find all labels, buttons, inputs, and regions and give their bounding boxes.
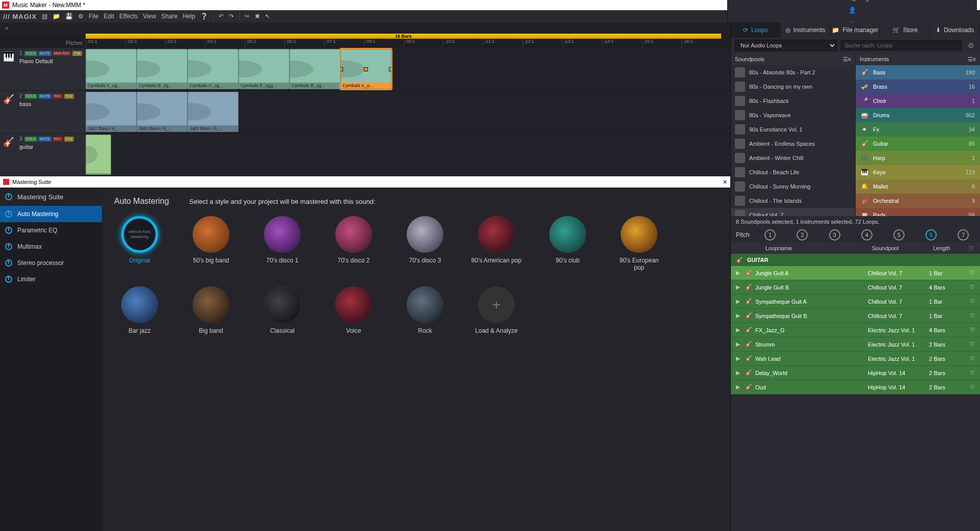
mastering-sidebar-item[interactable]: Stereo processor [0,255,102,271]
track-name[interactable]: bass [19,101,84,107]
favorite-icon[interactable]: ♡ [965,327,980,333]
track-badge[interactable]: SOLO [24,137,37,142]
favorite-icon[interactable]: ♡ [965,284,980,290]
audio-clip[interactable]: Jazz Bass / 6_... [137,92,188,132]
favorite-icon[interactable]: ♡ [965,270,980,276]
save-file-icon[interactable]: 💾 [65,13,73,20]
power-icon[interactable] [5,193,12,200]
settings-icon[interactable]: ⚙ [78,13,84,20]
loop-row[interactable]: ▶ 🎸 Jungle Guit B Chillout Vol. 7 4 Bars… [731,280,980,295]
soundpool-item[interactable]: 90s Eurodance Vol. 1 [731,122,855,137]
menu-edit[interactable]: Edit [103,13,114,20]
instrument-item[interactable]: 🎸Guitar85 [856,137,980,151]
play-icon[interactable]: ▶ [731,270,745,276]
audio-clip[interactable]: Cymbals E_ogg... [239,49,289,89]
soundpool-item[interactable]: Ambient - Endless Spaces [731,137,855,151]
instrument-item[interactable]: 🎻Orchestral9 [856,194,980,208]
menu-share[interactable]: Share [161,13,177,20]
loop-row[interactable]: ▶ 🎸 FX_Jazz_G Electric Jazz Vol. 1 4 Bar… [731,323,980,337]
style-load-analyze[interactable]: +Load & Analyze [471,286,522,334]
loop-filter-dropdown[interactable]: Nur Audio Loops [735,40,837,51]
track-name[interactable]: guitar [19,144,84,150]
account-email[interactable]: mtrautwein@magix.net [821,0,884,2]
mastering-sidebar-item[interactable]: Limiter [0,271,102,287]
instrument-item[interactable]: 🎺Brass16 [856,79,980,94]
audio-clip[interactable]: Cymbals A_o... [340,49,391,89]
power-icon[interactable] [5,227,12,234]
pitch-button-5[interactable]: 5 [893,229,905,241]
style-preset[interactable]: Big band [186,286,236,334]
play-icon[interactable]: ▶ [731,341,745,348]
track-badge[interactable]: FX▾ [64,137,74,142]
style-preset[interactable]: 90's club [542,216,593,271]
track-lane[interactable] [86,134,730,176]
collapse-arranger-button[interactable]: « [0,22,730,34]
bars-indicator[interactable]: 16 Bars [86,34,721,39]
loop-row[interactable]: ▶ 🎸 Wah Lead Electric Jazz Vol. 1 2 Bars… [731,352,980,366]
loop-row[interactable]: ▶ 🎸 Strumm Electric Jazz Vol. 1 2 Bars ♡ [731,337,980,352]
track-badge[interactable]: SOLO [24,51,37,56]
soundpool-item[interactable]: Chillout - The Islands [731,194,855,208]
style-preset[interactable]: 50's big band [186,216,236,271]
play-icon[interactable]: ▶ [731,384,745,390]
clip-handle[interactable] [364,67,368,71]
style-preset[interactable]: Classical [257,286,308,334]
menu-effects[interactable]: Effects [119,13,138,20]
mastering-sidebar-header[interactable]: Mastering Suite [0,188,102,206]
pitch-button-2[interactable]: 2 [797,229,808,241]
cut-icon[interactable]: ✂ [245,13,250,20]
track-badge[interactable]: FX▾ [72,51,82,56]
style-preset[interactable]: Bar jazz [114,286,165,334]
track-badge[interactable]: REC [52,137,63,142]
favorite-icon[interactable]: ♡ [965,312,980,319]
track-badge[interactable]: MUTE [38,94,51,99]
play-icon[interactable]: ▶ [731,327,745,333]
pitch-button-4[interactable]: 4 [861,229,872,241]
track-badge[interactable]: REC [52,94,63,99]
pitch-button-6[interactable]: 6 [925,229,937,241]
delete-icon[interactable]: ✖ [255,13,260,20]
instrument-item[interactable]: ▦Pads58 [856,208,980,216]
loop-header-length[interactable]: Length [929,243,965,254]
play-icon[interactable]: ▶ [731,284,745,290]
favorite-icon[interactable]: ♡ [965,298,980,305]
gear-icon[interactable]: ⚙ [966,41,976,49]
instrument-item[interactable]: 🎤Choir1 [856,94,980,108]
play-icon[interactable]: ▶ [731,298,745,305]
favorite-icon[interactable]: ♡ [965,341,980,348]
instrument-item[interactable]: 🥁Drums802 [856,108,980,122]
loop-row[interactable]: ▶ 🎸 Delay_World HipHop Vol. 14 2 Bars ♡ [731,366,980,380]
pitch-button-7[interactable]: 7 [958,229,969,241]
soundpool-item[interactable]: 80s - Vaporwave [731,108,855,122]
track-badge[interactable]: FX▾ [64,94,74,99]
loop-row[interactable]: ▶ 🎸 Sympatheque Guit B Chillout Vol. 7 1… [731,309,980,323]
soundpool-item[interactable]: Chillout - Sunny Morning [731,179,855,194]
track-name[interactable]: Piano Default [19,58,84,64]
track-lane[interactable]: Jazz Bass / 6_...Jazz Bass / 6_...Jazz B… [86,91,730,133]
redo-icon[interactable]: ↷ [229,13,234,20]
power-icon[interactable] [5,276,12,283]
loop-header-fav-icon[interactable]: ♡ [965,243,980,254]
audio-clip[interactable]: Cymbals B_og... [289,49,340,89]
open-file-icon[interactable]: 📁 [52,13,60,20]
power-icon[interactable] [5,243,12,250]
rp-tab-loops[interactable]: ⟳Loops [731,22,781,38]
pointer-icon[interactable]: ↖ [265,13,270,20]
style-preset[interactable]: 90's European pop [614,216,665,271]
soundpool-item[interactable]: 80s - Absolute 80s - Part 2 [731,65,855,79]
power-icon[interactable] [5,210,12,218]
play-icon[interactable]: ▶ [731,312,745,319]
mastering-sidebar-item[interactable]: Auto Mastering [0,206,102,222]
style-preset[interactable]: 70's disco 3 [400,216,451,271]
favorite-icon[interactable]: ♡ [965,384,980,390]
mastering-sidebar-item[interactable]: Parametric EQ [0,222,102,238]
style-preset[interactable]: 80's American pop [471,216,522,271]
new-file-icon[interactable]: ▤ [42,13,47,20]
soundpool-item[interactable]: Chillout - Beach Life [731,165,855,179]
loop-row[interactable]: ▶ 🎸 Jungle Guit A Chillout Vol. 7 1 Bar … [731,266,980,280]
play-icon[interactable]: ▶ [731,355,745,362]
rp-tab-file-manager[interactable]: 📁File manager [831,22,881,38]
menu-help[interactable]: Help [182,13,195,20]
instrument-item[interactable]: 🔔Mallet6 [856,179,980,194]
track-badge[interactable]: SOLO [24,94,37,99]
